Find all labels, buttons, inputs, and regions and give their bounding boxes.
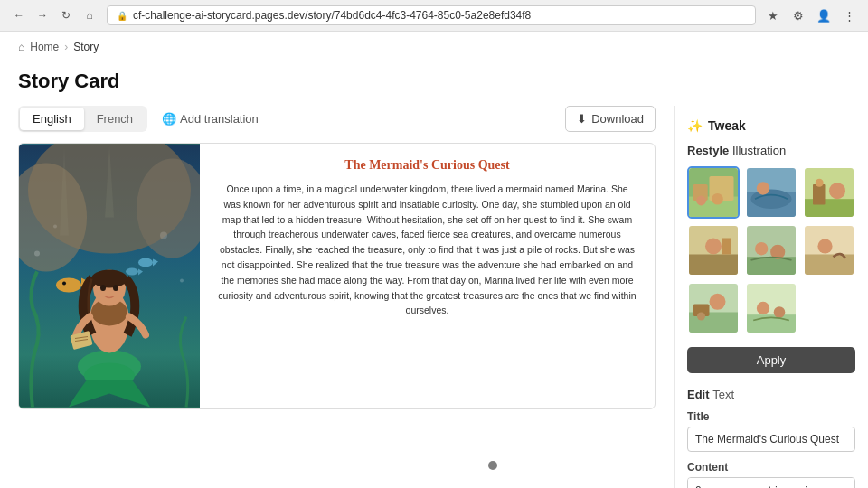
lock-icon: 🔒	[117, 11, 127, 21]
home-icon: ⌂	[18, 41, 24, 53]
svg-rect-37	[805, 199, 854, 217]
svg-point-8	[56, 278, 81, 293]
wand-icon: ✨	[687, 118, 703, 133]
svg-point-11	[138, 258, 153, 267]
illustration-thumb-4[interactable]	[687, 224, 740, 277]
extension-icon[interactable]: ⚙	[788, 5, 808, 25]
svg-point-6	[160, 232, 167, 239]
breadcrumb-story: Story	[73, 41, 99, 53]
svg-point-30	[696, 196, 706, 206]
svg-rect-44	[722, 239, 731, 255]
tweak-panel: ✨ Tweak Restyle Illustration	[674, 106, 868, 488]
edit-text-section: Edit Text Title Content	[687, 388, 855, 488]
svg-point-58	[697, 313, 705, 321]
svg-point-61	[757, 302, 769, 314]
illustration-grid	[687, 166, 855, 334]
svg-point-62	[774, 306, 786, 318]
svg-point-13	[126, 268, 138, 276]
svg-point-35	[757, 182, 769, 194]
svg-point-5	[53, 225, 57, 229]
home-button[interactable]: ⌂	[80, 5, 99, 25]
svg-point-22	[113, 285, 118, 291]
svg-point-43	[705, 239, 722, 255]
breadcrumb-sep: ›	[64, 41, 68, 53]
svg-point-7	[180, 279, 184, 283]
illustration-thumb-3[interactable]	[803, 166, 855, 219]
svg-point-38	[829, 183, 845, 199]
story-card-body: Once upon a time, in a magical underwate…	[218, 182, 637, 318]
lang-tab-english[interactable]: English	[20, 108, 84, 130]
forward-button[interactable]: →	[33, 5, 52, 25]
lang-tab-french[interactable]: French	[84, 108, 146, 130]
story-text-area: The Mermaid's Curious Quest Once upon a …	[200, 144, 655, 408]
content-field-label: Content	[687, 461, 855, 474]
svg-point-31	[712, 193, 723, 205]
title-field-label: Title	[687, 410, 855, 423]
story-illustration	[19, 144, 200, 408]
illustration-thumb-1[interactable]	[687, 166, 740, 219]
svg-point-34	[751, 189, 792, 209]
url-text: cf-challenge-ai-storycard.pages.dev/stor…	[133, 9, 531, 22]
toolbar: English French 🌐 Add translation ⬇ Downl…	[18, 106, 656, 132]
download-icon: ⬇	[577, 112, 587, 126]
lang-tabs: English French	[18, 106, 147, 132]
svg-point-48	[755, 242, 768, 255]
edit-text-header: Edit Text	[687, 388, 855, 401]
profile-icon[interactable]: 👤	[814, 5, 834, 25]
illustration-thumb-6[interactable]	[803, 224, 855, 277]
svg-point-56	[710, 294, 726, 310]
illustration-thumb-2[interactable]	[745, 166, 797, 219]
restyle-header: Restyle Illustration	[687, 144, 855, 157]
svg-rect-39	[813, 184, 826, 205]
reload-button[interactable]: ↻	[56, 5, 76, 25]
tweak-header: ✨ Tweak	[687, 118, 855, 133]
main-layout: English French 🌐 Add translation ⬇ Downl…	[0, 106, 868, 488]
page-content: ⌂ Home › Story Story Card English French…	[0, 32, 868, 488]
svg-point-20	[91, 270, 127, 288]
breadcrumb-home[interactable]: Home	[30, 41, 59, 53]
svg-point-21	[100, 285, 106, 291]
star-icon[interactable]: ★	[763, 5, 783, 25]
content-textarea[interactable]	[687, 477, 855, 488]
browser-chrome: ← → ↻ ⌂ 🔒 cf-challenge-ai-storycard.page…	[0, 0, 868, 32]
title-input[interactable]	[687, 427, 855, 452]
svg-point-4	[34, 251, 40, 257]
apply-button[interactable]: Apply	[687, 347, 855, 373]
back-button[interactable]: ←	[9, 5, 29, 25]
svg-point-10	[62, 282, 66, 286]
story-card-frame: The Mermaid's Curious Quest Once upon a …	[18, 143, 656, 409]
story-panel: English French 🌐 Add translation ⬇ Downl…	[0, 106, 674, 488]
browser-icons: ★ ⚙ 👤 ⋮	[763, 5, 859, 25]
illustration-thumb-5[interactable]	[745, 224, 797, 277]
svg-point-52	[817, 239, 832, 253]
svg-rect-42	[689, 255, 738, 276]
nav-buttons: ← → ↻ ⌂	[9, 5, 99, 25]
svg-point-40	[816, 179, 824, 187]
menu-icon[interactable]: ⋮	[839, 5, 859, 25]
illustration-thumb-7[interactable]	[687, 282, 740, 334]
download-button[interactable]: ⬇ Download	[565, 106, 656, 132]
page-title: Story Card	[0, 62, 868, 106]
translate-icon: 🌐	[162, 112, 176, 126]
address-bar[interactable]: 🔒 cf-challenge-ai-storycard.pages.dev/st…	[107, 5, 756, 25]
story-card-title: The Mermaid's Curious Quest	[218, 158, 637, 173]
illustration-thumb-8[interactable]	[745, 282, 797, 334]
add-translation-button[interactable]: 🌐 Add translation	[153, 108, 268, 130]
breadcrumb: ⌂ Home › Story	[0, 32, 868, 62]
